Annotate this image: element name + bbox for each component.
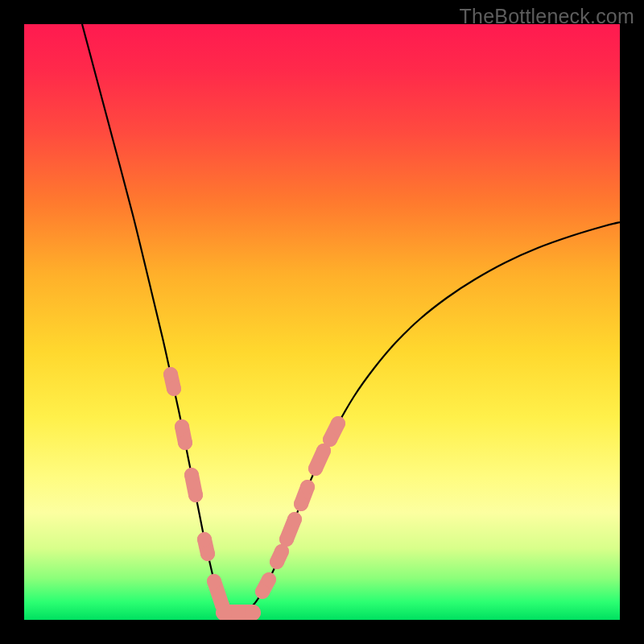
marker-dot — [188, 488, 203, 502]
chart-svg — [24, 24, 620, 620]
marker-dot — [331, 416, 345, 431]
marker-dot — [197, 532, 212, 547]
marker-dot — [300, 480, 315, 494]
marker-dot — [287, 512, 302, 526]
marker-dot — [323, 432, 337, 447]
marker-dot — [279, 532, 294, 547]
marker-dot — [262, 572, 276, 587]
watermark-text: TheBottleneck.com — [460, 5, 634, 28]
right-curve — [232, 222, 620, 614]
marker-dot — [167, 382, 181, 396]
plot-area — [24, 24, 620, 620]
marker-dot — [294, 497, 308, 511]
marker-dot — [178, 436, 192, 450]
left-curve — [82, 24, 232, 614]
marker-dot — [207, 574, 221, 588]
marker-dot — [308, 461, 323, 476]
data-markers — [163, 367, 345, 620]
marker-dot — [200, 547, 215, 561]
marker-dot — [175, 419, 189, 434]
marker-dot — [163, 367, 178, 382]
marker-dot — [184, 468, 199, 482]
